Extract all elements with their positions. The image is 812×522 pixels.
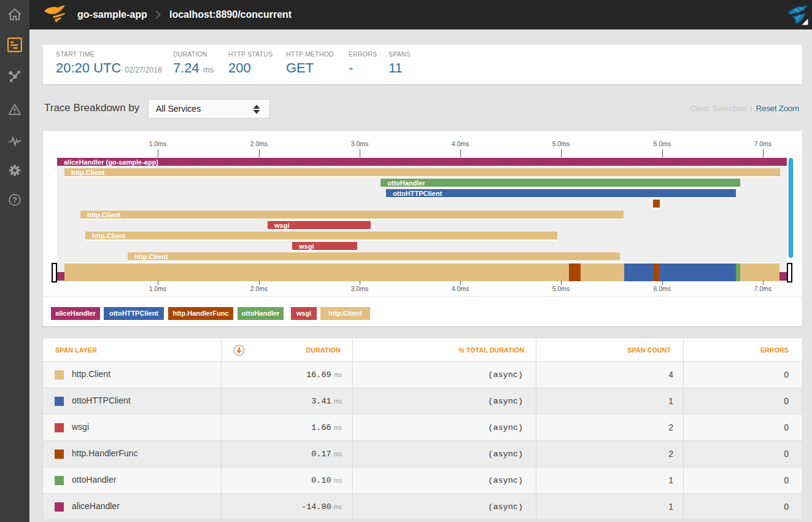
svg-text:?: ? xyxy=(12,196,17,205)
